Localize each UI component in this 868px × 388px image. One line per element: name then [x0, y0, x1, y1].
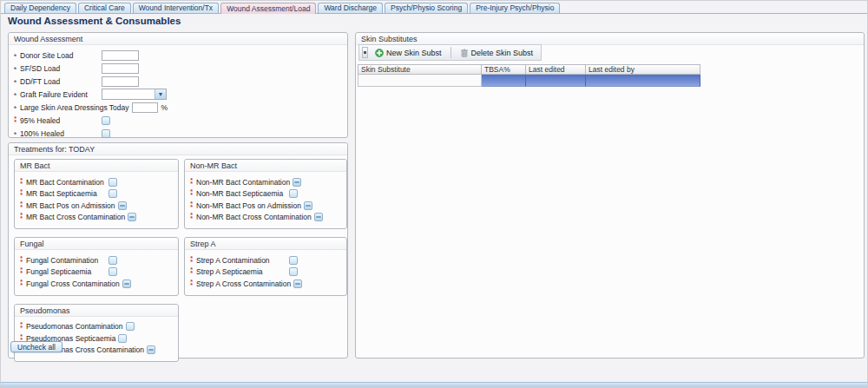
delete-skin-subst-button[interactable]: Delete Skin Subst — [455, 46, 539, 59]
asterisk-icon: * — [12, 129, 18, 137]
treatment-checkbox[interactable] — [304, 201, 312, 210]
treatment-item: **MR Bact Cross Contamination — [18, 212, 174, 224]
treatment-item-label-text: MR Bact Cross Contamination — [26, 213, 125, 221]
treatment-group-title: Fungal — [15, 238, 178, 250]
required-icon: ** — [18, 268, 24, 275]
treatment-group-items: **Strep A Contamination**Strep A Septica… — [185, 250, 346, 295]
field-row: *SF/SD Load — [12, 62, 347, 75]
treatment-item-label-text: MR Bact Septicaemia — [26, 189, 97, 198]
treatment-checkbox[interactable] — [314, 213, 323, 221]
field-input[interactable] — [102, 50, 139, 61]
column-header[interactable]: Last edited — [526, 64, 586, 75]
tab-pre-injury-psych-physio[interactable]: Pre-Injury Psych/Physio — [470, 3, 560, 13]
tab-daily-dependency[interactable]: Daily Dependency — [4, 3, 76, 13]
treatment-checkbox[interactable] — [108, 178, 117, 187]
treatment-checkbox[interactable] — [293, 178, 301, 187]
column-header[interactable]: TBSA% — [482, 64, 526, 75]
required-icon: ** — [12, 117, 18, 124]
treatment-item-label-text: MR Bact Contamination — [26, 178, 104, 187]
treatment-group-title: Strep A — [185, 238, 346, 250]
field-row: **95% Healed — [12, 114, 347, 127]
treatment-item-label-text: Non-MR Bact Cross Contamination — [196, 213, 312, 221]
treatment-checkbox[interactable] — [118, 201, 127, 210]
treatment-checkbox[interactable] — [128, 213, 136, 221]
table-row[interactable] — [358, 75, 700, 87]
field-input[interactable] — [102, 76, 139, 87]
chevron-down-icon: ▼ — [158, 91, 164, 97]
table-cell[interactable] — [586, 75, 700, 87]
field-label-text: Graft Failure Evident — [20, 90, 88, 99]
treatment-group-mr-bact: MR Bact**MR Bact Contamination**MR Bact … — [14, 159, 179, 229]
field-input[interactable] — [132, 102, 158, 113]
dropdown-button[interactable]: ▼ — [155, 89, 166, 99]
skin-substitutes-table: Skin SubstituteTBSA%Last editedLast edit… — [358, 64, 700, 87]
treatment-checkbox[interactable] — [108, 189, 117, 198]
treatment-group-title: Non-MR Bact — [185, 160, 346, 172]
treatment-group-strep-a: Strep A**Strep A Contamination**Strep A … — [184, 237, 347, 296]
field-label-text: 100% Healed — [20, 129, 64, 138]
treatment-group-items: **Non-MR Bact Contamination**Non-MR Bact… — [185, 172, 346, 228]
wound-assessment-fields: *Donor Site Load*SF/SD Load*DD/FT Load*G… — [9, 45, 347, 140]
field-label-text: DD/FT Load — [20, 77, 60, 86]
treatment-item-label: **Non-MR Bact Pos on Admission — [188, 201, 304, 210]
new-skin-subst-label: New Skin Subst — [386, 49, 442, 57]
treatment-item-label-text: Non-MR Bact Contamination — [196, 178, 290, 187]
skin-substitutes-toolbar: New Skin Subst Delete Skin Subst — [358, 44, 542, 61]
required-icon: ** — [188, 257, 194, 264]
asterisk-icon: * — [12, 90, 18, 98]
asterisk-icon: * — [12, 103, 18, 111]
field-input[interactable] — [102, 63, 139, 74]
treatment-checkbox[interactable] — [108, 256, 117, 265]
field-row: *Donor Site Load — [12, 49, 347, 62]
treatment-item-label-text: Pseudomonas Contamination — [26, 322, 123, 331]
required-icon: ** — [18, 280, 24, 287]
required-icon: ** — [188, 179, 194, 186]
treatment-checkbox[interactable] — [289, 189, 298, 198]
treatment-item: **Strep A Cross Contamination — [188, 278, 343, 290]
field-checkbox[interactable] — [102, 116, 110, 125]
column-header[interactable]: Last edited by — [586, 64, 700, 75]
treatment-item-label: **MR Bact Septicaemia — [18, 189, 108, 198]
required-icon: ** — [188, 214, 194, 220]
field-row: *100% Healed — [12, 127, 347, 140]
asterisk-icon: * — [12, 77, 18, 85]
page-title: Wound Assessment & Consumables — [8, 16, 181, 26]
treatment-checkbox[interactable] — [126, 322, 135, 331]
treatment-checkbox[interactable] — [108, 267, 117, 276]
tab-ward-discharge[interactable]: Ward Discharge — [318, 3, 383, 13]
treatment-item-label: **Strep A Contamination — [188, 256, 289, 265]
treatment-item-label: **Non-MR Bact Contamination — [188, 178, 293, 187]
tab-bar: Daily DependencyCritical CareWound Inter… — [1, 2, 867, 14]
table-header-row: Skin SubstituteTBSA%Last editedLast edit… — [358, 64, 700, 75]
tab-critical-care[interactable]: Critical Care — [78, 3, 131, 13]
treatment-item-label: **MR Bact Pos on Admission — [18, 201, 118, 210]
treatment-checkbox[interactable] — [289, 256, 298, 265]
table-body — [358, 75, 700, 87]
table-cell[interactable] — [526, 75, 586, 87]
treatment-groups: MR Bact**MR Bact Contamination**MR Bact … — [14, 159, 347, 362]
required-icon: ** — [18, 214, 24, 220]
treatment-item-label: **Pseudomonas Contamination — [18, 322, 126, 331]
treatment-group-items: **MR Bact Contamination**MR Bact Septica… — [15, 172, 178, 228]
uncheck-all-button[interactable]: Uncheck all — [10, 341, 62, 352]
treatment-item-label: **MR Bact Cross Contamination — [18, 213, 128, 221]
table-cell[interactable] — [482, 75, 526, 87]
tab-wound-intervention-tx[interactable]: Wound Intervention/Tx — [133, 3, 219, 13]
tab-psych-physio-scoring[interactable]: Psych/Physio Scoring — [385, 3, 468, 13]
field-checkbox[interactable] — [102, 129, 110, 138]
treatment-group-items: **Pseudomonas Contamination**Pseudomonas… — [15, 317, 178, 362]
column-header[interactable]: Skin Substitute — [358, 64, 482, 75]
field-dropdown[interactable]: ▼ — [102, 89, 167, 100]
treatment-checkbox[interactable] — [293, 279, 302, 288]
toolbar-grip[interactable] — [362, 47, 368, 58]
treatment-checkbox[interactable] — [147, 345, 155, 354]
table-cell[interactable] — [358, 75, 482, 87]
tab-wound-assessment-load[interactable]: Wound Assessment/Load — [220, 3, 316, 14]
treatment-checkbox[interactable] — [118, 334, 127, 343]
add-icon — [375, 49, 384, 57]
new-skin-subst-button[interactable]: New Skin Subst — [370, 46, 447, 59]
treatment-checkbox[interactable] — [289, 267, 298, 276]
treatment-item-label-text: Strep A Cross Contamination — [196, 279, 291, 288]
treatment-item: **Non-MR Bact Contamination — [188, 176, 343, 188]
treatment-checkbox[interactable] — [122, 279, 131, 288]
